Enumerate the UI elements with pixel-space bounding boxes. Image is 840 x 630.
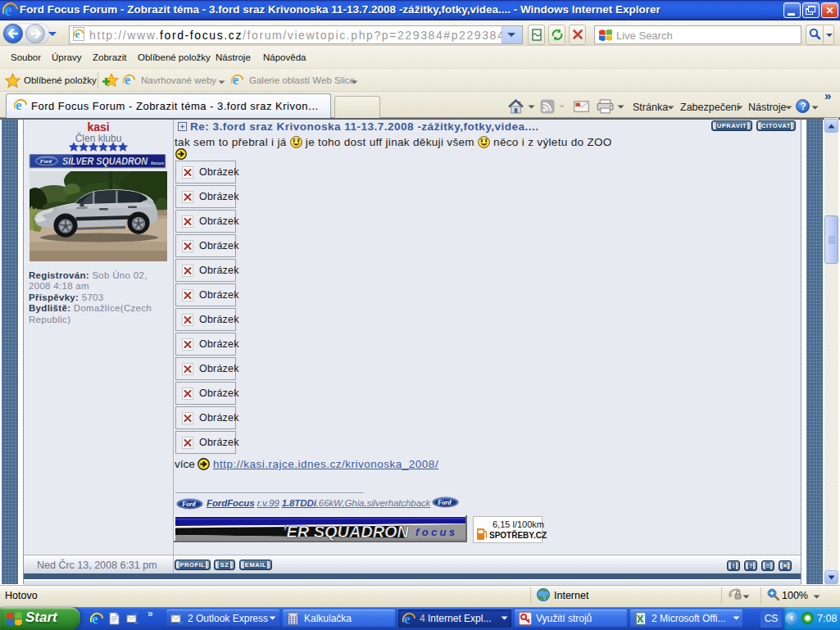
svg-text:focus: focus [151, 161, 165, 165]
svg-text:SILVER SQUADRON: SILVER SQUADRON [62, 156, 148, 167]
svg-text:focus: focus [415, 526, 455, 538]
svg-text:’ER SQUADRON: ’ER SQUADRON [282, 522, 410, 541]
